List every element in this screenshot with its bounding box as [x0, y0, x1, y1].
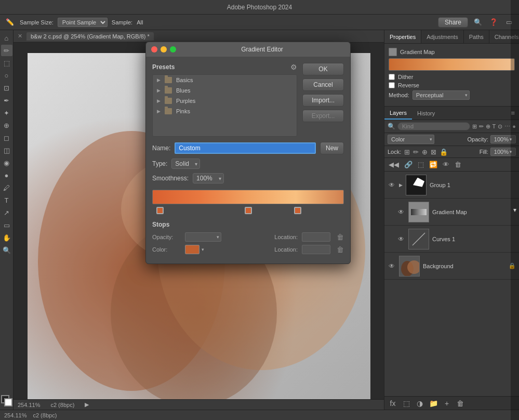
close-tab-icon[interactable]: ✕ — [18, 33, 22, 40]
lasso-tool[interactable]: ○ — [1, 70, 12, 81]
add-group-button[interactable]: 📁 — [428, 398, 438, 409]
gradient-tool[interactable]: ◫ — [1, 145, 12, 156]
smoothness-select[interactable]: 100% — [193, 173, 224, 183]
layer-item-group[interactable]: 👁 ▶ Group 1 — [384, 172, 519, 199]
layer-item-background[interactable]: 👁 Background 🔒 — [384, 253, 519, 280]
color-delete-icon[interactable]: 🗑 — [337, 245, 344, 254]
eyedropper-tool[interactable]: ✒ — [1, 95, 12, 106]
select-tool[interactable]: ⬚ — [1, 57, 12, 69]
layer-item-curves[interactable]: 👁 Curves 1 — [384, 226, 519, 253]
lock-position-icon[interactable]: ⊕ — [422, 148, 428, 156]
gradient-stop-1[interactable] — [245, 207, 252, 214]
color-swatch[interactable] — [185, 245, 199, 254]
lock-all-icon[interactable]: 🔒 — [440, 148, 448, 156]
preset-item-basics[interactable]: ▶ Basics — [153, 75, 297, 85]
zoom-tool[interactable]: 🔍 — [1, 244, 12, 256]
crop-tool[interactable]: ⊡ — [1, 82, 12, 94]
cancel-button[interactable]: Cancel — [302, 78, 344, 91]
home-tool[interactable]: ⌂ — [1, 32, 12, 44]
smoothness-label: Smoothness: — [152, 175, 189, 182]
layers-search-box[interactable]: Kind — [397, 122, 470, 130]
gradient-bar[interactable] — [152, 190, 344, 204]
preset-item-pinks[interactable]: ▶ Pinks — [153, 106, 297, 116]
gradient-stop-2[interactable] — [294, 207, 301, 214]
reverse-checkbox[interactable] — [389, 82, 395, 88]
layer-expand-group[interactable]: ▶ — [399, 182, 403, 188]
panel-link-icon[interactable]: 🔗 — [403, 160, 414, 169]
pen-tool[interactable]: 🖊 — [1, 182, 12, 193]
filter-icon-1[interactable]: ⊞ — [472, 123, 477, 130]
new-button[interactable]: New — [320, 142, 344, 154]
brush-tool[interactable]: ✏ — [1, 45, 12, 56]
lock-artboard-icon[interactable]: ⊠ — [431, 148, 436, 156]
color-location-input[interactable] — [302, 245, 330, 254]
tab-layers[interactable]: Layers — [384, 107, 412, 120]
layer-eye-background[interactable]: 👁 — [388, 262, 396, 270]
window-maximize-button[interactable] — [170, 46, 176, 52]
fx-button[interactable]: fx — [388, 398, 398, 409]
search-icon[interactable]: 🔍 — [472, 17, 484, 28]
layer-eye-curves[interactable]: 👁 — [397, 235, 405, 243]
preset-item-purples[interactable]: ▶ Purples — [153, 96, 297, 106]
window-close-button[interactable] — [151, 46, 157, 52]
layer-item-gradient-map[interactable]: 👁 Gradient Map — [384, 199, 519, 226]
opacity-delete-icon[interactable]: 🗑 — [337, 233, 344, 241]
help-icon[interactable]: ❓ — [488, 17, 499, 28]
window-minimize-button[interactable] — [161, 46, 167, 52]
tab-properties[interactable]: Properties — [384, 30, 421, 43]
status-arrow[interactable]: ▶ — [85, 401, 89, 408]
blend-mode-select[interactable]: Color — [388, 135, 434, 144]
filter-icon-6[interactable]: ⋯ — [504, 123, 510, 130]
hand-tool[interactable]: ✋ — [1, 232, 12, 243]
opacity-location-input[interactable] — [302, 232, 330, 242]
canvas-tab[interactable]: b&w 2 c.psd @ 254% (Gradient Map, RGB/8)… — [26, 32, 154, 41]
blur-tool[interactable]: ◉ — [1, 157, 12, 168]
export-button[interactable]: Export... — [302, 110, 344, 122]
clone-tool[interactable]: ⊕ — [1, 120, 12, 131]
eraser-tool[interactable]: ◻ — [1, 132, 12, 143]
delete-layer-button[interactable]: 🗑 — [455, 398, 465, 409]
name-input[interactable] — [175, 142, 316, 154]
method-select[interactable]: Perceptual — [412, 90, 470, 100]
dodge-tool[interactable]: ● — [1, 169, 12, 181]
presets-gear-icon[interactable]: ⚙ — [290, 63, 297, 71]
opacity-stop-select[interactable] — [185, 232, 221, 242]
sample-size-select[interactable]: Point Sample — [58, 18, 108, 27]
gradient-preview[interactable]: ▾ — [389, 58, 515, 71]
ok-button[interactable]: OK — [302, 63, 344, 75]
panel-back-icon[interactable]: ◀◀ — [388, 160, 400, 169]
healing-tool[interactable]: ✦ — [1, 107, 12, 119]
add-layer-button[interactable]: + — [442, 398, 452, 409]
gradient-expand-btn[interactable]: ▾ — [511, 0, 519, 420]
color-arrow[interactable]: ▾ — [202, 247, 204, 252]
filter-icon-5[interactable]: ⊙ — [498, 123, 502, 130]
lock-transparent-icon[interactable]: ⊞ — [404, 148, 410, 156]
panel-mask-icon[interactable]: ⬚ — [417, 160, 425, 169]
brush-tool-icon[interactable]: ✏️ — [4, 17, 16, 28]
add-adjustment-button[interactable]: ◑ — [415, 398, 425, 409]
layer-eye-group[interactable]: 👁 — [388, 181, 396, 189]
shape-tool[interactable]: ▭ — [1, 219, 12, 231]
layer-eye-gradient-map[interactable]: 👁 — [397, 208, 405, 216]
gradient-stop-0[interactable] — [156, 207, 164, 214]
panel-eye-icon[interactable]: 👁 — [442, 160, 450, 169]
path-tool[interactable]: ↗ — [1, 207, 12, 218]
filter-icon-2[interactable]: ✏ — [479, 123, 484, 130]
tab-paths[interactable]: Paths — [464, 30, 489, 43]
dither-checkbox[interactable] — [389, 74, 395, 80]
import-button[interactable]: Import... — [302, 94, 344, 107]
type-tool[interactable]: T — [1, 194, 12, 206]
share-button[interactable]: Share — [438, 17, 468, 28]
filter-icon-4[interactable]: T — [493, 123, 496, 129]
lock-image-icon[interactable]: ✏ — [413, 148, 419, 156]
panel-forward-icon[interactable]: 🔁 — [428, 160, 438, 169]
panel-delete-icon[interactable]: 🗑 — [454, 160, 462, 169]
preset-item-blues[interactable]: ▶ Blues — [153, 85, 297, 96]
tab-adjustments[interactable]: Adjustments — [421, 30, 464, 43]
preset-list[interactable]: ▶ Basics ▶ Blues ▶ Purples — [152, 74, 297, 137]
dialog-title: Gradient Editor — [179, 46, 345, 53]
type-select[interactable]: Solid — [171, 159, 200, 169]
filter-icon-3[interactable]: ⊕ — [486, 123, 490, 130]
tab-history[interactable]: History — [412, 107, 440, 120]
add-mask-button[interactable]: ⬚ — [401, 398, 411, 409]
